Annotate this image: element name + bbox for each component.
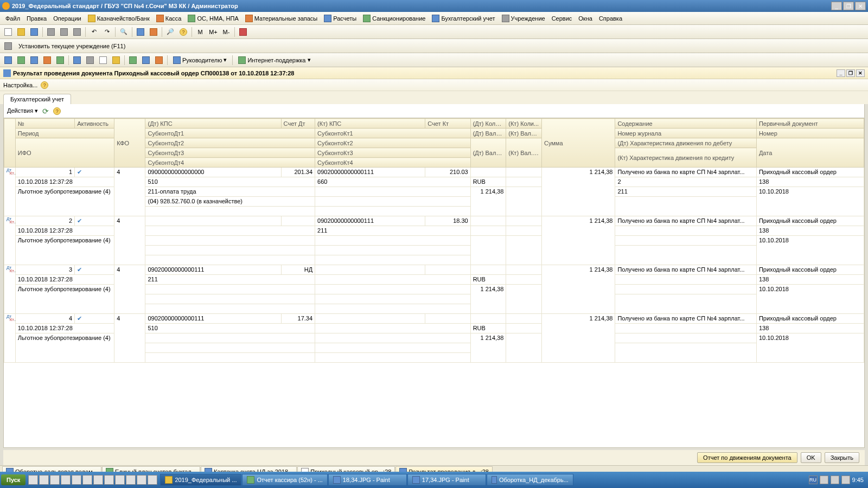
cell[interactable]: 09020000000000111 — [145, 265, 281, 275]
hdr-schetkt[interactable]: Счет Кт — [425, 119, 470, 129]
cell[interactable] — [615, 236, 757, 246]
cell[interactable] — [315, 275, 471, 285]
cell[interactable] — [470, 168, 506, 177]
ql-6[interactable] — [82, 475, 92, 485]
cell[interactable]: 138 — [756, 324, 864, 333]
cell[interactable] — [506, 187, 542, 216]
ql-5[interactable] — [72, 475, 81, 485]
cell[interactable] — [506, 275, 542, 285]
cell[interactable]: ✔ — [75, 168, 114, 177]
cell[interactable]: 211 — [315, 226, 471, 236]
cell[interactable] — [615, 285, 757, 294]
cell[interactable] — [615, 324, 757, 333]
tb-r12[interactable] — [153, 54, 165, 66]
ql-10[interactable] — [126, 475, 136, 485]
tb-copy[interactable] — [58, 26, 70, 38]
menu-edit[interactable]: Правка — [23, 14, 50, 23]
cell[interactable]: 4 — [114, 216, 145, 265]
menu-treasury[interactable]: Казначейство/Банк — [85, 14, 153, 23]
tray-3[interactable] — [841, 476, 850, 484]
hdr-subdt2[interactable]: СубконтоДт2 — [145, 138, 315, 148]
cell[interactable]: 4 — [15, 314, 74, 324]
cell[interactable] — [506, 265, 542, 275]
hdr-kfo[interactable]: КФО — [114, 119, 145, 168]
hdr-subkt4[interactable]: СубконтоКт4 — [315, 158, 471, 168]
cell[interactable]: 201.34 — [281, 168, 315, 177]
cell[interactable]: 660 — [315, 177, 471, 187]
tray-2[interactable] — [831, 476, 839, 484]
tb-r8[interactable] — [97, 54, 109, 66]
tb-flag[interactable] — [237, 26, 249, 38]
hdr-subkt1[interactable]: СубконтоКт1 — [315, 129, 471, 138]
hdr-period[interactable]: Период — [15, 129, 114, 138]
cell[interactable]: ✔ — [75, 216, 114, 226]
task-4[interactable]: Оборотка_НД_декабрь... — [487, 474, 573, 486]
cell[interactable] — [145, 304, 315, 314]
tb-inst-icon[interactable] — [2, 40, 14, 52]
cell[interactable]: 10.10.2018 — [756, 236, 864, 265]
cell[interactable] — [145, 255, 315, 265]
hdr-date[interactable]: Дата — [756, 138, 864, 168]
ql-11[interactable] — [137, 475, 146, 485]
cell[interactable]: Льготное зубопротезирование (4) — [15, 236, 114, 265]
cell[interactable]: 10.10.2018 — [756, 187, 864, 216]
cell[interactable] — [315, 353, 471, 363]
cell[interactable] — [315, 236, 471, 246]
cell[interactable]: Льготное зубопротезирование (4) — [15, 333, 114, 363]
menu-accounting[interactable]: Бухгалтерский учет — [429, 14, 498, 23]
close-button2[interactable]: Закрыть — [825, 452, 859, 463]
cell[interactable] — [4, 168, 16, 216]
cell[interactable] — [145, 285, 315, 294]
cell[interactable] — [145, 333, 315, 343]
tb-r11[interactable] — [140, 54, 152, 66]
cell[interactable] — [470, 236, 506, 265]
cell[interactable]: 10.10.2018 — [756, 285, 864, 314]
settings-link[interactable]: Настройка... — [3, 82, 37, 88]
cell[interactable] — [315, 324, 471, 333]
grid[interactable]: № Активность КФО (Дт) КПС Счет Дт (Кт) К… — [3, 118, 865, 448]
hdr-num[interactable]: № — [15, 119, 74, 129]
tray-1[interactable] — [820, 476, 828, 484]
cell[interactable]: 17.34 — [281, 314, 315, 324]
cell[interactable]: 10.10.2018 — [756, 333, 864, 363]
tb-cut[interactable] — [45, 26, 57, 38]
hdr-summa[interactable]: Сумма — [541, 119, 615, 168]
task-1[interactable]: Отчет кассира (52н) - ... — [242, 474, 327, 486]
hdr-dtkps[interactable]: (Дт) КПС — [145, 119, 281, 129]
menu-service[interactable]: Сервис — [548, 14, 576, 23]
tb-open[interactable] — [15, 26, 27, 38]
cell[interactable]: 10.10.2018 12:37:28 — [15, 275, 114, 285]
hdr-schetdt[interactable]: Счет Дт — [281, 119, 315, 129]
hdr-content[interactable]: Содержание — [615, 119, 757, 129]
cell[interactable]: 09020000000000111 — [315, 168, 425, 177]
cell[interactable] — [615, 226, 757, 236]
cell[interactable]: Приходный кассовый ордер — [756, 314, 864, 324]
menu-help[interactable]: Справка — [596, 14, 626, 23]
cell[interactable]: 09020000000000111 — [315, 216, 425, 226]
ql-9[interactable] — [115, 475, 125, 485]
tb-help[interactable]: ? — [177, 26, 189, 38]
hdr-journal[interactable]: Номер журнала — [615, 129, 757, 138]
cell[interactable] — [145, 294, 315, 304]
hdr-ktvalsum[interactable]: (Кт) Вал. сумма — [506, 138, 542, 168]
cell[interactable]: 4 — [114, 168, 145, 216]
cell[interactable] — [615, 294, 757, 314]
cell[interactable]: ✔ — [75, 265, 114, 275]
cell[interactable]: Приходный кассовый ордер — [756, 216, 864, 226]
cell[interactable]: 1 214,38 — [541, 265, 615, 314]
menu-cash[interactable]: Касса — [153, 14, 185, 23]
cell[interactable] — [145, 207, 315, 216]
cell[interactable]: 1 214,38 — [470, 285, 506, 314]
cell[interactable] — [145, 343, 315, 353]
cell[interactable] — [615, 275, 757, 285]
tb-calc[interactable] — [135, 26, 146, 38]
tb-r10[interactable] — [127, 54, 139, 66]
cell[interactable]: 1 214,38 — [541, 314, 615, 363]
hdr-subdt1[interactable]: СубконтоДт1 — [145, 129, 315, 138]
menu-file[interactable]: Файл — [2, 14, 23, 23]
cell[interactable] — [315, 333, 471, 343]
cell[interactable] — [506, 236, 542, 265]
cell[interactable]: RUB — [470, 177, 506, 187]
tb-redo[interactable]: ↷ — [101, 26, 113, 38]
cell[interactable]: Получено из банка по карте СП №4 зарплат… — [615, 265, 757, 275]
